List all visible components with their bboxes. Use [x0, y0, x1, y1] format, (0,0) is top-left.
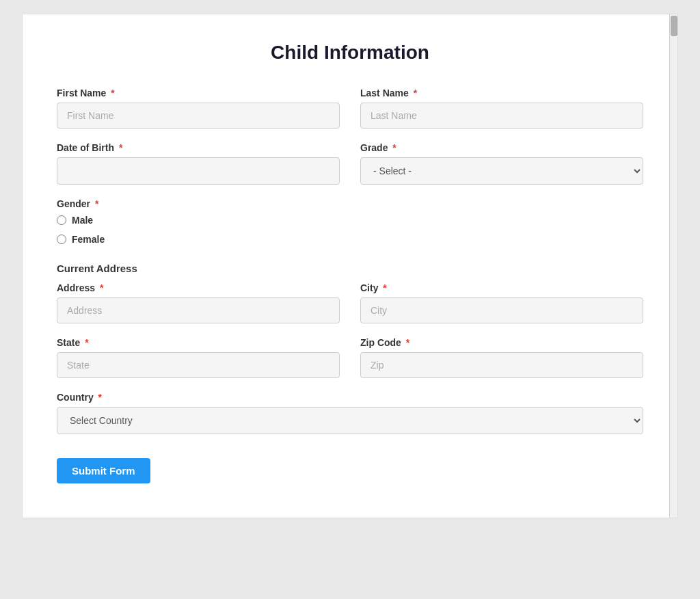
- country-select[interactable]: Select Country United States Canada Unit…: [57, 407, 643, 434]
- country-group: Country * Select Country United States C…: [57, 392, 643, 434]
- city-input[interactable]: [360, 297, 643, 323]
- city-group: City *: [360, 282, 643, 323]
- first-name-group: First Name *: [57, 88, 340, 129]
- first-name-required: *: [111, 88, 114, 98]
- current-address-title: Current Address: [57, 263, 643, 274]
- gender-section: Gender * Male Female: [57, 198, 643, 249]
- gender-female-label: Female: [72, 234, 105, 245]
- grade-select[interactable]: - Select - K 1 2 3 4 5 6: [360, 157, 643, 185]
- first-name-input[interactable]: [57, 103, 340, 129]
- page-wrapper: Child Information First Name * Last Name…: [0, 0, 700, 599]
- dob-grade-row: Date of Birth * Grade * - Select - K 1 2…: [57, 142, 643, 185]
- address-required: *: [100, 282, 103, 293]
- state-zip-row: State * Zip Code *: [57, 337, 643, 378]
- country-label: Country *: [57, 392, 643, 403]
- address-label: Address *: [57, 282, 340, 293]
- gender-label: Gender *: [57, 198, 643, 209]
- dob-label: Date of Birth *: [57, 142, 340, 153]
- last-name-input[interactable]: [360, 103, 643, 129]
- zip-input[interactable]: [360, 352, 643, 378]
- city-label: City *: [360, 282, 643, 293]
- gender-male-label: Male: [72, 215, 93, 226]
- state-group: State *: [57, 337, 340, 378]
- last-name-required: *: [414, 88, 417, 98]
- grade-required: *: [392, 142, 396, 153]
- country-row: Country * Select Country United States C…: [57, 392, 643, 434]
- first-name-label: First Name *: [57, 88, 340, 98]
- name-row: First Name * Last Name *: [57, 88, 643, 129]
- address-city-row: Address * City *: [57, 282, 643, 323]
- zip-group: Zip Code *: [360, 337, 643, 378]
- last-name-label: Last Name *: [360, 88, 643, 98]
- state-input[interactable]: [57, 352, 340, 378]
- dob-input[interactable]: [57, 157, 340, 185]
- grade-group: Grade * - Select - K 1 2 3 4 5 6: [360, 142, 643, 185]
- gender-female-radio[interactable]: [57, 235, 66, 244]
- gender-male-option[interactable]: Male: [57, 215, 643, 226]
- address-input[interactable]: [57, 297, 340, 323]
- gender-female-option[interactable]: Female: [57, 234, 643, 245]
- submit-button[interactable]: Submit Form: [57, 458, 150, 483]
- gender-radio-group: Male Female: [57, 215, 643, 249]
- scrollbar-thumb: [671, 16, 677, 36]
- page-title: Child Information: [57, 42, 643, 64]
- dob-group: Date of Birth *: [57, 142, 340, 185]
- country-required: *: [98, 392, 102, 403]
- state-required: *: [85, 337, 88, 348]
- state-label: State *: [57, 337, 340, 348]
- zip-label: Zip Code *: [360, 337, 643, 348]
- scrollbar[interactable]: [669, 14, 677, 518]
- grade-label: Grade *: [360, 142, 643, 153]
- gender-male-radio[interactable]: [57, 215, 66, 225]
- gender-required: *: [95, 198, 98, 209]
- zip-required: *: [406, 337, 409, 348]
- city-required: *: [383, 282, 386, 293]
- address-group: Address *: [57, 282, 340, 323]
- dob-required: *: [119, 142, 122, 153]
- last-name-group: Last Name *: [360, 88, 643, 129]
- form-container: Child Information First Name * Last Name…: [22, 14, 678, 518]
